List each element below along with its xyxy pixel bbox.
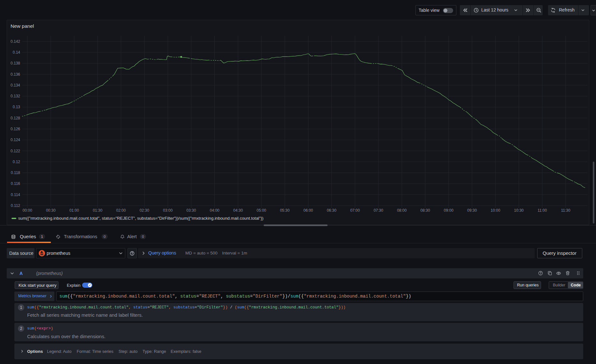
svg-text:01:00: 01:00 [69, 208, 79, 213]
svg-text:08:30: 08:30 [421, 208, 430, 213]
svg-text:11:30: 11:30 [561, 208, 570, 213]
svg-text:10:30: 10:30 [514, 208, 523, 213]
svg-text:02:00: 02:00 [116, 208, 126, 213]
svg-text:08:00: 08:00 [397, 208, 406, 213]
svg-text:03:00: 03:00 [163, 208, 173, 213]
svg-text:0.132: 0.132 [11, 94, 20, 98]
svg-text:0.124: 0.124 [11, 138, 20, 142]
svg-text:0.114: 0.114 [11, 193, 20, 197]
svg-text:00:00: 00:00 [23, 208, 32, 213]
svg-text:01:30: 01:30 [93, 208, 102, 213]
svg-text:0.128: 0.128 [11, 116, 20, 120]
svg-text:0.112: 0.112 [11, 203, 20, 208]
svg-text:0.122: 0.122 [11, 149, 20, 153]
svg-text:07:30: 07:30 [374, 208, 383, 213]
svg-text:10:00: 10:00 [491, 208, 500, 213]
svg-text:06:00: 06:00 [303, 208, 313, 213]
svg-text:06:30: 06:30 [327, 208, 337, 213]
svg-text:03:30: 03:30 [186, 208, 196, 213]
svg-text:09:30: 09:30 [467, 208, 477, 213]
svg-text:0.14: 0.14 [13, 50, 20, 55]
svg-text:02:30: 02:30 [140, 208, 149, 213]
svg-text:0.12: 0.12 [13, 160, 20, 164]
svg-text:05:30: 05:30 [280, 208, 290, 213]
svg-text:0.138: 0.138 [11, 61, 20, 65]
svg-text:0.136: 0.136 [11, 72, 20, 77]
svg-text:11:00: 11:00 [538, 208, 547, 213]
svg-text:09:00: 09:00 [444, 208, 453, 213]
svg-text:0.116: 0.116 [11, 181, 20, 186]
svg-text:00:30: 00:30 [46, 208, 56, 213]
svg-text:04:30: 04:30 [233, 208, 243, 213]
svg-text:04:00: 04:00 [210, 208, 219, 213]
svg-text:0.13: 0.13 [13, 105, 20, 109]
svg-text:07:00: 07:00 [350, 208, 360, 213]
svg-text:0.142: 0.142 [11, 39, 20, 44]
svg-text:05:00: 05:00 [257, 208, 266, 213]
svg-text:0.118: 0.118 [11, 171, 20, 175]
svg-text:0.134: 0.134 [11, 83, 20, 87]
svg-text:0.126: 0.126 [11, 127, 20, 131]
